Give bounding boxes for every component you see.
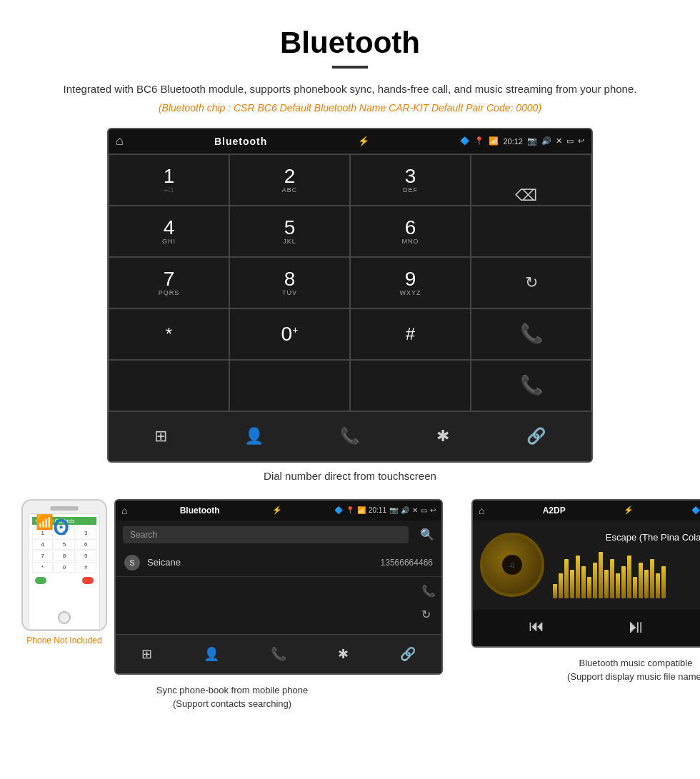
pb-side-icons: 📞 ↻ (416, 577, 441, 634)
window-icon[interactable]: ▭ (566, 136, 574, 146)
eq-bar (661, 566, 666, 598)
home-icon[interactable]: ⌂ (116, 134, 124, 149)
music-note-icon: ♫ (509, 560, 516, 570)
mini-red-btn (82, 577, 94, 584)
camera-icon[interactable]: 📷 (527, 136, 537, 146)
pb-grid-icon[interactable]: ⊞ (141, 646, 152, 662)
pb-usb-icon: ⚡ (272, 506, 282, 515)
pb-time: 20:11 (369, 506, 386, 514)
left-content: 📶 ʘ + Add to Contacts 1 2 3 4 5 6 (21, 499, 443, 679)
key-7[interactable]: 7PQRS (109, 257, 229, 308)
pb-body: 📞 ↻ (116, 577, 441, 634)
album-art-inner: ♫ (502, 555, 522, 575)
mini-key-5: 5 (54, 539, 74, 550)
signal-icon: 📶 (489, 136, 499, 146)
mini-call-row (32, 576, 96, 585)
home-button (58, 611, 71, 624)
eq-bar (644, 570, 649, 598)
eq-bar (627, 556, 631, 598)
key-6[interactable]: 6MNO (350, 206, 471, 257)
phone-illustration: 📶 ʘ + Add to Contacts 1 2 3 4 5 6 (21, 499, 107, 631)
equalizer (553, 548, 700, 598)
contact-number: 13566664466 (381, 558, 433, 568)
search-bar: Search (123, 526, 409, 543)
phone-icon[interactable]: 📞 (340, 427, 359, 446)
person-icon[interactable]: 👤 (244, 427, 264, 446)
pb-bottom-bar: ⊞ 👤 📞 ✱ 🔗 (116, 634, 441, 673)
eq-bar (610, 559, 614, 598)
eq-bar (616, 573, 620, 598)
pb-gps-icon: 📍 (346, 506, 354, 514)
pb-link-icon[interactable]: 🔗 (400, 646, 416, 662)
key-1[interactable]: 1⌐□ (109, 154, 229, 206)
pb-back-icon[interactable]: ↩ (430, 506, 436, 514)
music-usb-icon: ⚡ (624, 506, 634, 515)
pb-side-phone-icon[interactable]: 📞 (421, 584, 436, 598)
search-wrap: Search 🔍 (116, 521, 441, 549)
mini-key-6: 6 (76, 539, 96, 550)
key-red-end[interactable]: 📞 (471, 360, 591, 411)
link-icon[interactable]: 🔗 (526, 427, 546, 446)
eq-bar (587, 577, 591, 598)
key-backspace[interactable]: ⌫ (471, 154, 591, 206)
bluetooth-icon[interactable]: ✱ (436, 427, 449, 446)
pb-cam-icon[interactable]: 📷 (389, 506, 398, 514)
page-title: Bluetooth (0, 26, 700, 60)
left-caption: Sync phone-book from mobile phone(Suppor… (156, 683, 308, 711)
grid-icon[interactable]: ⊞ (154, 427, 167, 446)
eq-bar (581, 566, 586, 598)
play-pause-button[interactable]: ⏯ (626, 615, 645, 638)
key-refresh[interactable]: ↻ (471, 257, 591, 308)
music-content: ♫ Escape (The Pina Colada Song) (473, 521, 700, 610)
music-status-bar: ⌂ A2DP ⚡ 🔷 📍 📶 20:15 📷 🔊 ✕ ▭ ↩ (473, 501, 700, 521)
pb-close-icon[interactable]: ✕ (412, 506, 418, 514)
back-icon[interactable]: ↩ (578, 136, 584, 146)
pb-win-icon[interactable]: ▭ (421, 506, 427, 514)
key-hash[interactable]: # (350, 308, 471, 360)
key-4[interactable]: 4GHI (109, 206, 229, 257)
pb-signal-icon: 📶 (357, 506, 366, 514)
phone-not-included-label: Phone Not Included (26, 635, 101, 645)
eq-bar (639, 563, 643, 598)
key-empty-r5b (229, 360, 350, 411)
right-caption: Bluetooth music compatible(Support displ… (567, 656, 700, 684)
pb-bt-bottom-icon[interactable]: ✱ (338, 646, 349, 662)
mini-green-btn (35, 577, 46, 584)
search-placeholder: Search (130, 530, 157, 540)
key-2[interactable]: 2ABC (229, 154, 350, 206)
pb-person-icon[interactable]: 👤 (204, 646, 219, 662)
close-icon[interactable]: ✕ (556, 136, 562, 146)
pb-title: Bluetooth (180, 506, 220, 516)
bottom-panels: 📶 ʘ + Add to Contacts 1 2 3 4 5 6 (14, 499, 686, 711)
key-3[interactable]: 3DEF (350, 154, 471, 206)
key-5[interactable]: 5JKL (229, 206, 350, 257)
key-8[interactable]: 8TUV (229, 257, 350, 308)
pb-phone-icon[interactable]: 📞 (271, 646, 286, 662)
pb-empty-area (116, 577, 416, 634)
subtitle: Integrated with BC6 Bluetooth module, su… (0, 81, 700, 98)
bottom-left-panel: 📶 ʘ + Add to Contacts 1 2 3 4 5 6 (14, 499, 450, 711)
time-display: 20:12 (503, 137, 523, 146)
mini-key-9: 9 (76, 551, 96, 561)
volume-icon[interactable]: 🔊 (541, 136, 551, 146)
mini-key-8: 8 (54, 551, 74, 561)
key-empty-r5c (350, 360, 471, 411)
left-caption-text: Sync phone-book from mobile phone(Suppor… (156, 685, 308, 710)
pb-home-icon[interactable]: ⌂ (121, 505, 127, 516)
mini-key-7: 7 (32, 551, 53, 561)
prev-button[interactable]: ⏮ (529, 617, 544, 635)
pb-bt-icon: 🔷 (334, 506, 343, 514)
contact-letter: S (124, 555, 140, 571)
pb-status-right: 🔷 📍 📶 20:11 📷 🔊 ✕ ▭ ↩ (334, 506, 436, 514)
key-9[interactable]: 9WXYZ (350, 257, 471, 308)
search-icon[interactable]: 🔍 (420, 528, 434, 541)
mini-key-0: 0 (54, 562, 74, 573)
music-home-icon[interactable]: ⌂ (479, 505, 484, 516)
key-green-call[interactable]: 📞 (471, 308, 591, 360)
pb-vol-icon[interactable]: 🔊 (401, 506, 409, 514)
spec-line: (Bluetooth chip : CSR BC6 Default Blueto… (0, 102, 700, 114)
key-star[interactable]: * (109, 308, 229, 360)
key-0[interactable]: 0+ (229, 308, 350, 360)
pb-side-refresh-icon[interactable]: ↻ (421, 608, 436, 621)
contact-row[interactable]: S Seicane 13566664466 (116, 549, 441, 577)
